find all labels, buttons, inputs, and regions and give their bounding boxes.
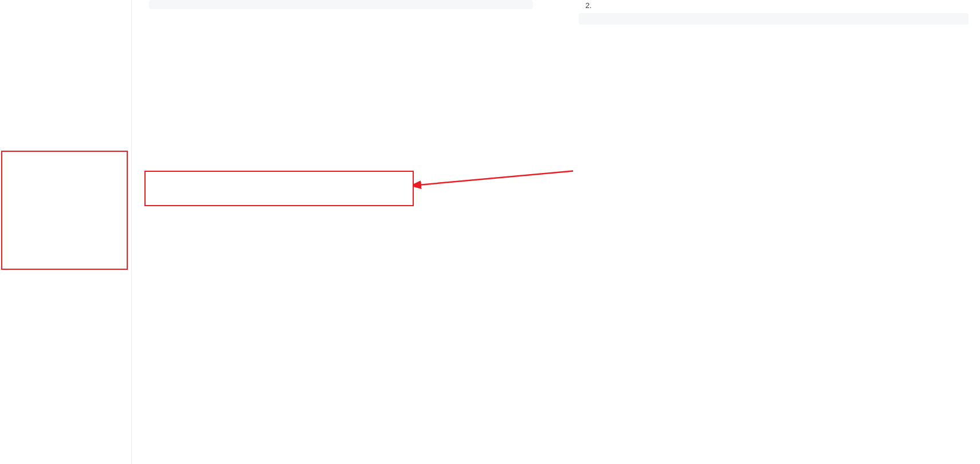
code-tail — [149, 0, 533, 9]
highlight-chapter-title — [144, 171, 414, 206]
red-arrow — [413, 156, 573, 202]
sidebar — [0, 0, 132, 464]
highlight-sidebar — [1, 151, 128, 270]
svg-line-0 — [418, 162, 573, 185]
main-content — [132, 0, 573, 464]
right-code-block — [579, 13, 969, 25]
right-step-list — [579, 1, 969, 10]
right-step — [594, 1, 969, 10]
right-panel — [573, 0, 980, 464]
